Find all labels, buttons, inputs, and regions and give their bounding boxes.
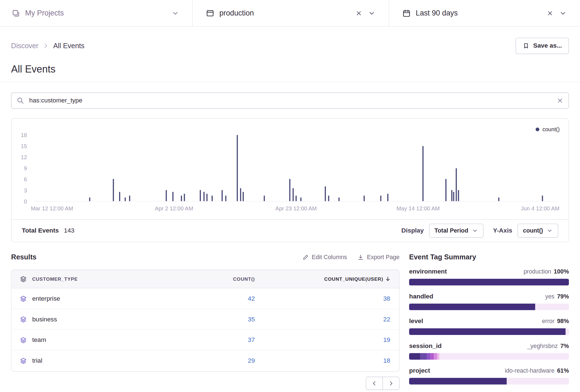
tag-bar-segment xyxy=(420,353,427,360)
count-unique-value[interactable]: 22 xyxy=(255,316,399,323)
count-value[interactable]: 42 xyxy=(133,295,255,302)
chart-bar xyxy=(542,196,543,201)
y-axis-tick-label: 3 xyxy=(24,187,27,194)
export-page-button[interactable]: Export Page xyxy=(357,254,399,261)
x-axis-tick-label: Apr 23 12:00 AM xyxy=(275,205,317,212)
tag-name: level xyxy=(409,318,423,325)
window-icon xyxy=(206,9,214,17)
tag-bar-segment xyxy=(409,328,566,335)
customer-type-value: team xyxy=(32,336,133,344)
y-axis-tick-label: 12 xyxy=(21,154,27,160)
search-bar[interactable] xyxy=(11,92,569,109)
display-select-value: Total Period xyxy=(435,227,468,234)
clear-search-icon[interactable] xyxy=(557,97,563,104)
tag-distribution-bar[interactable] xyxy=(409,328,569,335)
environment-selector[interactable]: production xyxy=(193,0,389,26)
search-icon xyxy=(17,97,24,104)
yaxis-label: Y-Axis xyxy=(493,227,512,234)
tag-top-value: ido-react-hardware xyxy=(505,367,554,374)
tag-bar-segment xyxy=(409,378,507,385)
chart-bar xyxy=(264,196,265,201)
tag-name: environment xyxy=(409,268,447,275)
chart-bar xyxy=(498,197,499,201)
chart-bar xyxy=(125,197,126,201)
display-select[interactable]: Total Period xyxy=(429,224,484,238)
chart-bar xyxy=(387,194,388,201)
y-axis-tick-label: 6 xyxy=(24,176,27,182)
page-header: All Events xyxy=(0,54,580,82)
customer-type-value: trial xyxy=(32,357,133,365)
yaxis-select[interactable]: count() xyxy=(517,224,558,238)
export-page-label: Export Page xyxy=(367,254,400,261)
layers-icon xyxy=(11,316,32,323)
breadcrumb-current: All Events xyxy=(53,42,84,50)
project-selector[interactable]: My Projects xyxy=(0,0,192,26)
breadcrumb-discover-link[interactable]: Discover xyxy=(11,42,39,50)
tag-summary-item: level error 98% xyxy=(409,318,569,335)
bookmark-icon xyxy=(523,43,530,49)
chart-bar xyxy=(237,135,238,201)
save-as-button[interactable]: Save as... xyxy=(516,38,569,54)
tag-distribution-bar[interactable] xyxy=(409,353,569,360)
chevron-down-icon xyxy=(368,9,376,17)
chevron-down-icon xyxy=(472,228,478,234)
chart-bar xyxy=(292,188,294,201)
download-icon xyxy=(357,254,364,261)
y-axis-tick-label: 0 xyxy=(24,198,27,205)
count-unique-value[interactable]: 19 xyxy=(255,336,399,344)
layers-icon xyxy=(11,336,32,344)
chart-bar xyxy=(166,190,167,201)
breadcrumb-row: Discover All Events Save as... xyxy=(0,27,580,54)
chart-bar xyxy=(289,179,290,201)
chart-bar xyxy=(456,168,457,201)
edit-columns-button[interactable]: Edit Columns xyxy=(302,254,347,261)
events-chart: count() 0369121518 Mar 12 12:00 AMApr 2 … xyxy=(11,119,568,219)
table-row[interactable]: team 37 19 xyxy=(11,330,399,350)
table-row[interactable]: enterprise 42 38 xyxy=(11,288,399,309)
chart-bar xyxy=(222,190,223,201)
tag-bar-segment xyxy=(437,353,440,360)
chart-x-axis: Mar 12 12:00 AMApr 2 12:00 AMApr 23 12:0… xyxy=(34,205,558,213)
count-value[interactable]: 35 xyxy=(133,316,255,323)
count-unique-value[interactable]: 38 xyxy=(255,295,399,302)
breadcrumb: Discover All Events xyxy=(11,42,84,50)
tag-summary-list: environment production 100% handled yes … xyxy=(409,268,569,385)
clear-environment-icon[interactable] xyxy=(355,10,362,16)
chart-bar xyxy=(453,192,454,201)
calendar-icon xyxy=(402,9,410,17)
chart-bar xyxy=(181,196,182,201)
clear-date-icon[interactable] xyxy=(547,10,553,16)
table-row[interactable]: business 35 22 xyxy=(11,309,399,330)
search-input[interactable] xyxy=(29,97,552,105)
tag-distribution-bar[interactable] xyxy=(409,303,569,310)
chart-footer: Total Events 143 Display Total Period Y-… xyxy=(11,219,568,242)
chart-y-axis: 0369121518 xyxy=(11,135,29,201)
count-value[interactable]: 29 xyxy=(133,357,255,365)
column-header-count[interactable]: COUNT() xyxy=(133,276,255,282)
x-axis-tick-label: Jun 4 12:00 AM xyxy=(521,205,560,212)
x-axis-tick-label: May 14 12:00 AM xyxy=(397,205,440,212)
tag-bar-segment xyxy=(434,353,437,360)
count-value[interactable]: 37 xyxy=(133,336,255,344)
table-row[interactable]: trial 29 18 xyxy=(11,350,399,371)
count-unique-value[interactable]: 18 xyxy=(255,357,399,365)
legend-dot-icon xyxy=(536,127,539,131)
tag-bar-segment xyxy=(507,378,569,385)
save-as-label: Save as... xyxy=(533,42,562,50)
date-range-selector[interactable]: Last 90 days xyxy=(389,0,580,26)
next-page-button[interactable] xyxy=(383,377,399,390)
column-header-customer-type[interactable]: CUSTOMER_TYPE xyxy=(32,276,133,282)
column-header-count-unique[interactable]: COUNT_UNIQUE(USER) xyxy=(255,276,399,282)
results-title: Results xyxy=(11,253,37,261)
tag-name: project xyxy=(409,367,430,375)
previous-page-button[interactable] xyxy=(366,377,383,390)
tag-distribution-bar[interactable] xyxy=(409,378,569,385)
projects-icon xyxy=(12,9,20,17)
chart-legend[interactable]: count() xyxy=(536,126,560,132)
chart-bar xyxy=(364,196,365,201)
results-header: Results Edit Columns Export Page xyxy=(11,252,399,263)
tag-distribution-bar[interactable] xyxy=(409,279,569,285)
pagination xyxy=(11,377,399,390)
chevron-down-icon xyxy=(547,228,553,234)
chevron-down-icon xyxy=(172,9,179,17)
